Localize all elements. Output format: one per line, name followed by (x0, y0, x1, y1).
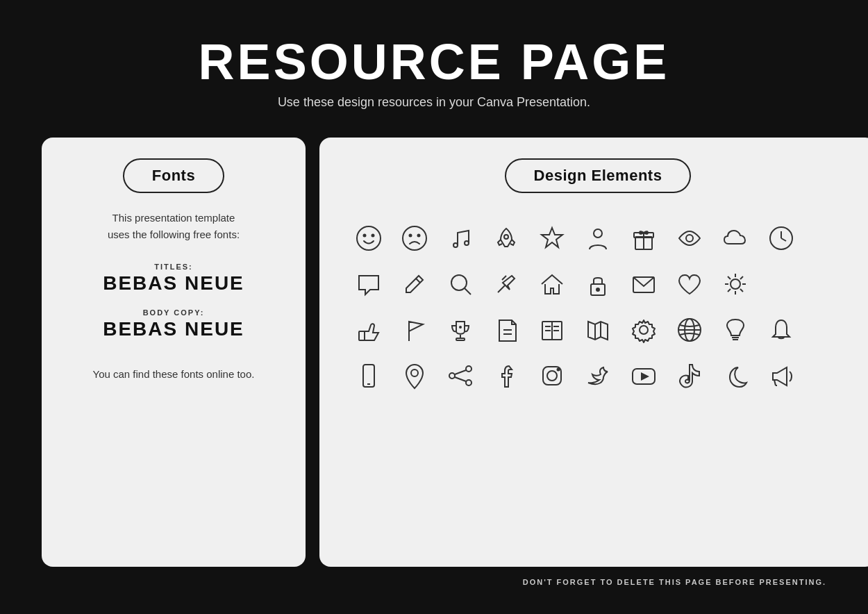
footer-note: DON'T FORGET TO DELETE THIS PAGE BEFORE … (42, 578, 826, 586)
icon-flag (393, 308, 436, 351)
svg-point-39 (459, 326, 462, 329)
body-font-name: BEBAS NEUE (103, 318, 244, 340)
icon-pin (485, 263, 528, 306)
icon-sad (393, 217, 436, 260)
svg-point-59 (411, 370, 418, 376)
icon-search (439, 263, 482, 306)
icon-placeholder4 (806, 308, 849, 351)
svg-point-67 (558, 369, 560, 371)
titles-section: TITLES: BEBAS NEUE (103, 263, 244, 294)
fonts-heading: Fonts (123, 158, 224, 193)
svg-point-10 (594, 229, 602, 238)
icon-tiktok (668, 354, 711, 397)
icon-placeholder3 (806, 263, 849, 306)
design-elements-heading: Design Elements (505, 158, 692, 193)
svg-point-19 (451, 275, 467, 290)
icon-bell (760, 308, 803, 351)
icon-document (485, 308, 528, 351)
svg-line-63 (455, 370, 466, 374)
icon-music (439, 217, 482, 260)
svg-line-21 (498, 285, 505, 292)
icon-gear (622, 308, 665, 351)
icon-phone (347, 354, 390, 397)
page-subtitle: Use these design resources in your Canva… (42, 95, 826, 110)
svg-line-18 (416, 279, 420, 283)
icon-placeholder1 (806, 217, 849, 260)
icon-cloud (714, 217, 757, 260)
svg-point-0 (357, 226, 381, 250)
svg-line-22 (502, 276, 506, 280)
svg-line-20 (465, 288, 471, 294)
svg-point-7 (465, 241, 469, 245)
icon-lock (576, 263, 619, 306)
icon-moon (714, 354, 757, 397)
icon-megaphone (760, 354, 803, 397)
svg-line-33 (740, 276, 743, 279)
fonts-footer-text: You can find these fonts online too. (93, 368, 255, 380)
icon-chat (347, 263, 390, 306)
icon-bulb (714, 308, 757, 351)
icon-youtube (622, 354, 665, 397)
titles-font-name: BEBAS NEUE (103, 272, 244, 294)
svg-point-14 (686, 235, 693, 242)
icon-book (531, 308, 574, 351)
svg-point-6 (453, 243, 458, 247)
fonts-description: This presentation templateuses the follo… (108, 210, 240, 243)
svg-marker-9 (542, 228, 562, 247)
icon-placeholder5 (806, 354, 849, 397)
svg-point-8 (504, 235, 508, 239)
icon-gift (622, 217, 665, 260)
icon-placeholder2 (760, 263, 803, 306)
svg-point-2 (372, 235, 374, 237)
icon-person (576, 217, 619, 260)
svg-marker-69 (641, 372, 649, 381)
svg-point-66 (547, 371, 557, 381)
body-section: BODY COPY: BEBAS NEUE (103, 308, 244, 340)
design-panel: Design Elements (319, 138, 868, 567)
svg-marker-48 (588, 322, 608, 340)
icon-home (531, 263, 574, 306)
icon-instagram (531, 354, 574, 397)
page-title: RESOURCE PAGE (42, 35, 826, 90)
svg-point-60 (466, 366, 471, 372)
icon-eye (668, 217, 711, 260)
svg-point-1 (364, 235, 366, 237)
icon-thumbsup (347, 308, 390, 351)
titles-label: TITLES: (103, 263, 244, 271)
icon-location (393, 354, 436, 397)
content-row: Fonts This presentation templateuses the… (42, 138, 826, 567)
svg-rect-35 (359, 331, 365, 340)
icon-share (439, 354, 482, 397)
icon-trophy (439, 308, 482, 351)
svg-point-61 (466, 380, 471, 385)
icon-star (531, 217, 574, 260)
svg-point-5 (418, 235, 420, 237)
svg-line-32 (740, 289, 743, 292)
icon-sun (714, 263, 757, 306)
svg-point-62 (449, 373, 455, 379)
icon-smiley (347, 217, 390, 260)
svg-line-64 (455, 377, 466, 381)
icons-grid (340, 210, 856, 404)
svg-point-26 (731, 279, 740, 289)
svg-rect-38 (456, 338, 465, 340)
icon-map (576, 308, 619, 351)
icon-facebook (485, 354, 528, 397)
svg-line-34 (728, 289, 731, 292)
svg-point-51 (640, 326, 648, 334)
icon-twitter (576, 354, 619, 397)
svg-line-31 (728, 276, 731, 279)
icon-pencil (393, 263, 436, 306)
fonts-panel: Fonts This presentation templateuses the… (42, 138, 306, 567)
icon-clock (760, 217, 803, 260)
svg-line-17 (781, 238, 786, 241)
svg-point-3 (403, 226, 426, 250)
body-label: BODY COPY: (103, 308, 244, 317)
icon-mail (622, 263, 665, 306)
svg-point-4 (410, 235, 412, 237)
svg-point-24 (596, 288, 599, 291)
icon-rocket (485, 217, 528, 260)
svg-line-70 (774, 380, 776, 385)
icon-heart (668, 263, 711, 306)
page-header: RESOURCE PAGE Use these design resources… (42, 35, 826, 110)
